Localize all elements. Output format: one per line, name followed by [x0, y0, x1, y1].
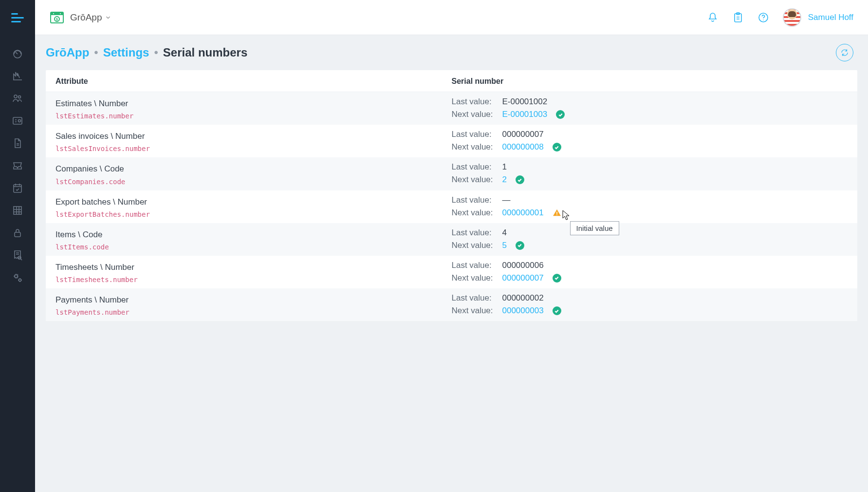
- table-header: Attribute Serial number: [46, 70, 857, 92]
- table-row: Items \ CodelstItems.codeLast value:4Nex…: [46, 223, 857, 256]
- receipt-search-icon[interactable]: [12, 249, 23, 261]
- svg-rect-12: [51, 12, 63, 15]
- next-value-label: Next value:: [452, 208, 494, 218]
- next-value-link[interactable]: 2: [502, 175, 507, 185]
- topbar: $ GrōApp: [35, 0, 868, 35]
- help-icon[interactable]: [757, 12, 769, 23]
- attribute-code: lstPayments.number: [55, 308, 452, 316]
- table-row: Export batches \ NumberlstExportBatches.…: [46, 190, 857, 223]
- attribute-title: Sales invoices \ Number: [55, 130, 452, 143]
- list-detail-icon[interactable]: [12, 115, 23, 127]
- sidebar: [0, 0, 35, 492]
- last-value: 000000006: [502, 261, 544, 270]
- refresh-button[interactable]: [836, 44, 853, 61]
- attribute-title: Items \ Code: [55, 228, 452, 241]
- next-value-label: Next value:: [452, 142, 494, 152]
- attribute-title: Companies \ Code: [55, 162, 452, 175]
- status-ok-icon: [516, 175, 524, 184]
- app-picker[interactable]: $ GrōApp: [50, 10, 111, 25]
- attribute-code: lstCompanies.code: [55, 178, 452, 186]
- svg-rect-6: [14, 207, 21, 214]
- breadcrumb-settings[interactable]: Settings: [103, 46, 149, 59]
- people-icon[interactable]: [12, 93, 23, 104]
- inbox-icon[interactable]: [12, 160, 23, 171]
- user-menu[interactable]: Samuel Hoff: [783, 8, 853, 27]
- status-ok-icon: [553, 306, 561, 315]
- attribute-title: Export batches \ Number: [55, 195, 452, 208]
- last-value-label: Last value:: [452, 293, 494, 303]
- svg-point-2: [18, 96, 21, 98]
- app-name-label: GrōApp: [70, 12, 102, 23]
- notifications-icon[interactable]: [707, 12, 719, 23]
- calendar-check-icon[interactable]: [12, 182, 23, 194]
- user-name-label: Samuel Hoff: [808, 13, 853, 22]
- next-value-link[interactable]: 000000008: [502, 142, 544, 152]
- attribute-title: Timesheets \ Number: [55, 261, 452, 274]
- col-attribute-label: Attribute: [55, 77, 452, 86]
- clipboard-icon[interactable]: [732, 12, 744, 23]
- svg-point-1: [14, 95, 17, 98]
- svg-rect-5: [14, 185, 21, 192]
- last-value: 4: [502, 228, 507, 238]
- attribute-title: Estimates \ Number: [55, 97, 452, 110]
- next-value-link[interactable]: 5: [502, 241, 507, 250]
- status-warning-icon: [553, 208, 561, 217]
- next-value-link[interactable]: 000000003: [502, 306, 544, 316]
- settings-gears-icon[interactable]: [12, 272, 23, 284]
- chevron-down-icon: [105, 14, 111, 21]
- last-value: —: [502, 195, 511, 205]
- status-ok-icon: [516, 241, 524, 250]
- breadcrumb-sep: •: [154, 46, 158, 59]
- dashboard-icon[interactable]: [12, 48, 23, 59]
- last-value-label: Last value:: [452, 130, 494, 139]
- svg-rect-22: [556, 214, 557, 215]
- svg-point-10: [19, 279, 21, 282]
- svg-rect-21: [556, 211, 557, 214]
- breadcrumb-app[interactable]: GrōApp: [46, 46, 89, 59]
- breadcrumb-sep: •: [94, 46, 98, 59]
- svg-text:$: $: [56, 18, 58, 21]
- next-value-label: Next value:: [452, 110, 494, 119]
- table-row: Companies \ CodelstCompanies.codeLast va…: [46, 157, 857, 190]
- reports-icon[interactable]: [12, 70, 23, 82]
- page-head: GrōApp • Settings • Serial numbers: [35, 35, 868, 70]
- col-serial-label: Serial number: [452, 77, 848, 86]
- last-value: 000000007: [502, 130, 544, 139]
- attribute-code: lstEstimates.number: [55, 112, 452, 120]
- next-value-link[interactable]: 000000001: [502, 208, 544, 218]
- next-value-link[interactable]: 000000007: [502, 273, 544, 283]
- attribute-code: lstTimesheets.number: [55, 276, 452, 284]
- next-value-label: Next value:: [452, 175, 494, 185]
- next-value-label: Next value:: [452, 241, 494, 250]
- app-logo-icon: $: [50, 10, 64, 25]
- next-value-label: Next value:: [452, 273, 494, 283]
- last-value-label: Last value:: [452, 97, 494, 107]
- breadcrumb-current: Serial numbers: [163, 46, 247, 59]
- sidebar-nav: [12, 48, 23, 284]
- last-value: E-00001002: [502, 97, 548, 107]
- table-row: Payments \ NumberlstPayments.numberLast …: [46, 288, 857, 321]
- last-value: 000000002: [502, 293, 544, 303]
- attribute-title: Payments \ Number: [55, 293, 452, 306]
- status-ok-icon: [553, 143, 561, 151]
- sidebar-toggle[interactable]: [0, 0, 35, 35]
- status-ok-icon: [556, 110, 565, 119]
- attribute-code: lstItems.code: [55, 243, 452, 251]
- next-value-link[interactable]: E-00001003: [502, 110, 548, 119]
- attribute-code: lstSalesInvoices.number: [55, 145, 452, 152]
- serial-numbers-card: Attribute Serial number Estimates \ Numb…: [46, 70, 857, 321]
- svg-point-14: [60, 13, 61, 14]
- lock-icon[interactable]: [12, 227, 23, 239]
- document-icon[interactable]: [12, 137, 23, 149]
- svg-point-20: [763, 19, 764, 20]
- last-value-label: Last value:: [452, 228, 494, 238]
- grid-icon[interactable]: [12, 205, 23, 216]
- avatar: [783, 8, 801, 27]
- svg-point-13: [53, 13, 54, 14]
- hamburger-icon: [11, 13, 24, 22]
- last-value-label: Last value:: [452, 261, 494, 270]
- attribute-code: lstExportBatches.number: [55, 210, 452, 218]
- svg-point-4: [18, 120, 21, 122]
- last-value: 1: [502, 162, 507, 172]
- status-ok-icon: [553, 274, 561, 283]
